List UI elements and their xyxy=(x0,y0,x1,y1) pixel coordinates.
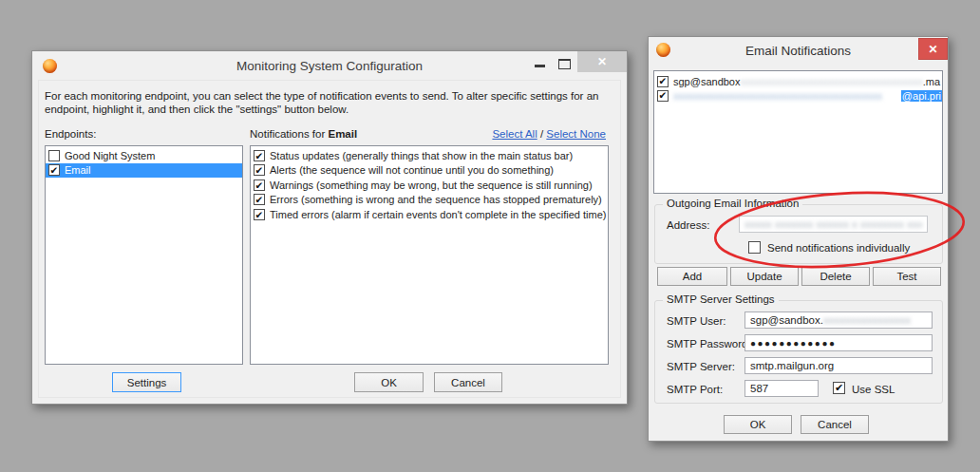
recipient-row[interactable]: ✔ sgp@sandbox xxxxxxxxxxxxxxxxxxxxxxxxxx… xyxy=(654,74,942,88)
selection-links: Select All / Select None xyxy=(492,128,606,140)
smtp-user-value: sgp@sandbox. xyxy=(750,314,823,326)
redacted-text: xxxxxxxxxxxxxxxx xyxy=(823,314,927,326)
titlebar: Email Notifications xyxy=(649,37,948,64)
smtp-user-input[interactable]: sgp@sandbox. xxxxxxxxxxxxxxxx xyxy=(744,312,933,329)
update-button[interactable]: Update xyxy=(730,267,799,286)
groupbox-title: SMTP Server Settings xyxy=(663,293,779,305)
outgoing-email-groupbox: Outgoing Email Information Address: xxxx… xyxy=(654,204,943,264)
checkbox-errors[interactable]: ✔ xyxy=(254,194,265,205)
select-all-link[interactable]: Select All xyxy=(492,128,537,140)
notifications-listbox: ✔ Status updates (generally things that … xyxy=(250,145,609,365)
notification-label: Warnings (something may be wrong, but th… xyxy=(270,179,593,191)
smtp-server-input[interactable]: smtp.mailgun.org xyxy=(744,357,933,374)
add-button[interactable]: Add xyxy=(657,267,727,286)
endpoints-label: Endpoints: xyxy=(45,128,96,140)
checkbox-alerts[interactable]: ✔ xyxy=(254,164,265,176)
address-input[interactable]: xxxxx xxxxxxx xxxxxx x xxxxxxxx xxxx xyxy=(739,216,928,233)
smtp-password-label: SMTP Password: xyxy=(667,338,751,349)
maximize-icon[interactable] xyxy=(558,59,571,69)
ok-button[interactable]: OK xyxy=(354,372,424,392)
smtp-password-value: ●●●●●●●●●●●● xyxy=(750,338,836,349)
delete-button[interactable]: Delete xyxy=(801,267,870,286)
cancel-button[interactable]: Cancel xyxy=(801,415,869,434)
smtp-port-value: 587 xyxy=(750,383,768,394)
list-item-warnings[interactable]: ✔ Warnings (something may be wrong, but … xyxy=(251,178,608,193)
notification-label: Alerts (the sequence will not continue u… xyxy=(270,164,554,176)
checkbox-email[interactable]: ✔ xyxy=(48,164,60,176)
smtp-port-label: SMTP Port: xyxy=(667,384,723,395)
smtp-settings-groupbox: SMTP Server Settings SMTP User: sgp@sand… xyxy=(654,300,943,404)
close-glyph: ✕ xyxy=(928,43,937,56)
settings-button[interactable]: Settings xyxy=(112,372,181,392)
endpoints-listbox: Good Night System ✔ Email xyxy=(45,145,243,365)
smtp-password-input[interactable]: ●●●●●●●●●●●● xyxy=(744,334,933,351)
checkbox-timed-errors[interactable]: ✔ xyxy=(254,209,265,220)
list-item-email[interactable]: ✔ Email xyxy=(46,163,242,179)
list-item-alerts[interactable]: ✔ Alerts (the sequence will not continue… xyxy=(251,163,608,179)
smtp-user-label: SMTP User: xyxy=(667,315,726,327)
checkbox-status-updates[interactable]: ✔ xyxy=(254,150,265,161)
notification-label: Status updates (generally things that sh… xyxy=(270,150,573,161)
recipient-row[interactable]: ✔ xxxxxxxxxxxxxxxxxxxxxxxxxxxxxxxxxxxxxx… xyxy=(654,88,942,103)
cancel-button[interactable]: Cancel xyxy=(434,372,502,392)
recipient-text-suffix: .ma xyxy=(923,76,940,87)
minimize-icon[interactable] xyxy=(535,65,545,67)
checkbox-warnings[interactable]: ✔ xyxy=(254,179,265,191)
test-button[interactable]: Test xyxy=(873,267,941,286)
close-icon[interactable]: ✕ xyxy=(918,38,948,60)
window-title: Email Notifications xyxy=(745,44,851,58)
recipient-checkbox[interactable]: ✔ xyxy=(657,90,669,102)
dialog-description: For each monitoring endpoint, you can se… xyxy=(45,89,609,116)
ok-button[interactable]: OK xyxy=(724,415,792,434)
select-none-link[interactable]: Select None xyxy=(546,128,606,140)
notifications-for-label: Notifications for Email xyxy=(250,128,357,140)
smtp-port-input[interactable]: 587 xyxy=(744,380,819,397)
use-ssl-label: Use SSL xyxy=(852,384,895,395)
list-item-errors[interactable]: ✔ Errors (something is wrong and the seq… xyxy=(251,193,608,208)
redacted-text: xxxxx xxxxxxx xxxxxx x xxxxxxxx xxxx xyxy=(744,218,922,230)
address-label: Address: xyxy=(667,219,709,231)
close-glyph: ✕ xyxy=(597,55,607,68)
app-icon xyxy=(656,43,670,57)
link-separator: / xyxy=(540,128,543,140)
notifications-target: Email xyxy=(328,128,357,140)
window-title: Monitoring System Configuration xyxy=(236,59,423,73)
send-individually-label: Send notifications individually xyxy=(767,242,910,254)
use-ssl-checkbox[interactable]: ✔ xyxy=(833,382,845,394)
notifications-for-text: Notifications for xyxy=(250,128,325,140)
groupbox-title: Outgoing Email Information xyxy=(663,198,802,209)
app-icon xyxy=(43,59,57,73)
notification-label: Errors (something is wrong and the seque… xyxy=(270,194,602,205)
endpoint-label: Good Night System xyxy=(65,150,155,161)
smtp-server-value: smtp.mailgun.org xyxy=(750,360,834,371)
email-notifications-dialog: Email Notifications ✕ ✔ sgp@sandbox xxxx… xyxy=(648,36,949,442)
redacted-text: xxxxxxxxxxxxxxxxxxxxxxxxxxxxxxxxxxxxxxxx xyxy=(673,90,901,102)
list-item-status-updates[interactable]: ✔ Status updates (generally things that … xyxy=(251,148,608,163)
list-item-timed-errors[interactable]: ✔ Timed errors (alarm if certain events … xyxy=(251,207,608,222)
recipient-checkbox[interactable]: ✔ xyxy=(657,76,669,87)
recipient-text: sgp@sandbox xyxy=(673,76,741,87)
monitoring-config-dialog: Monitoring System Configuration ✕ For ea… xyxy=(31,50,628,405)
redacted-text: xxxxxxxxxxxxxxxxxxxxxxxxxxxxxxxxxxx xyxy=(741,76,923,87)
smtp-server-label: SMTP Server: xyxy=(667,361,735,372)
recipient-text-selected: @api.pri xyxy=(901,90,942,102)
close-icon[interactable]: ✕ xyxy=(577,51,627,72)
checkbox-good-night-system[interactable] xyxy=(48,150,60,161)
endpoint-label: Email xyxy=(65,164,91,176)
recipients-listbox: ✔ sgp@sandbox xxxxxxxxxxxxxxxxxxxxxxxxxx… xyxy=(653,70,943,194)
send-individually-checkbox[interactable] xyxy=(748,241,761,254)
notification-label: Timed errors (alarm if certain events do… xyxy=(270,209,606,220)
list-item-good-night-system[interactable]: Good Night System xyxy=(46,148,242,163)
